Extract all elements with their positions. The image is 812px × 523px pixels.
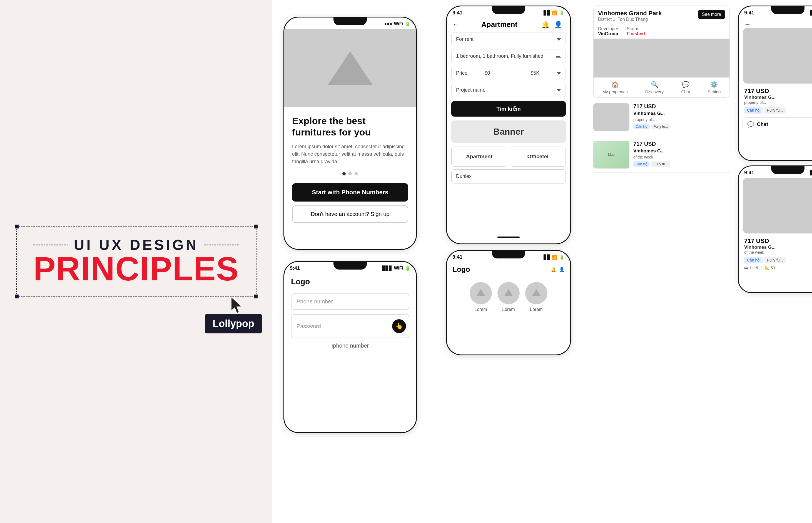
cat-item-1: Lorem	[470, 282, 492, 312]
user-icon[interactable]: 👤	[554, 21, 563, 29]
apt-header: ← Apartment 🔔 👤	[447, 18, 570, 32]
canvas-area: UI UX DESIGN PRINCIPLES Lollypop	[0, 0, 272, 523]
dot-2	[348, 172, 352, 176]
listing-image-2: Map	[593, 141, 629, 168]
col-2: 9:41 ▊▊ 📶 🔋 ← Apartment 🔔 👤 For rent	[428, 0, 589, 523]
cat-officetel[interactable]: Officetel	[510, 147, 566, 166]
svg-marker-1	[477, 289, 485, 296]
cat-item-3: Lorem	[525, 282, 548, 312]
property-name: Vinhomes G...	[744, 95, 812, 100]
cat-apartment[interactable]: Apartment	[451, 147, 507, 166]
phone-label: Iphone number	[291, 343, 409, 349]
fingerprint-button[interactable]: 👆	[392, 319, 406, 333]
vh-nav: 🏠 My properties 🔍 Discovery 💬 Chat ⚙️ Se…	[593, 77, 729, 97]
back-arrow-right[interactable]: ←	[739, 18, 812, 28]
for-rent-filter[interactable]: For rent	[451, 32, 566, 47]
vh-card-info: Developer VinGroup Status Finished	[593, 24, 729, 39]
cat-circle-3	[525, 282, 548, 304]
property-tag-2: Fully fu...	[764, 107, 785, 113]
tag-fully-1: Fully fu...	[651, 124, 671, 129]
project-name-filter[interactable]: Project name	[451, 83, 566, 97]
user-icon-2[interactable]: 👤	[559, 267, 565, 272]
phones-main: ●●● WiFi 🔋 Explore the best furnitures f…	[272, 0, 812, 523]
nav-setting[interactable]: ⚙️ Setting	[708, 81, 721, 94]
cat-duplex[interactable]: Dunlex	[451, 169, 566, 183]
property-price: 717 USD	[744, 87, 812, 95]
property-tag-4: Fully fu...	[764, 257, 785, 264]
corner-handle-br[interactable]	[253, 294, 258, 299]
corner-handle-bl[interactable]	[14, 294, 19, 299]
phone-apartment: 9:41 ▊▊ 📶 🔋 ← Apartment 🔔 👤 For rent	[446, 5, 571, 244]
corner-handle-tl[interactable]	[14, 224, 19, 229]
phone-notch-6	[771, 166, 805, 174]
bell-icon[interactable]: 🔔	[551, 267, 556, 272]
apt-categories: Apartment Officetel	[447, 147, 570, 166]
listing-tags-2: Căn hộ Fully fu...	[633, 161, 730, 167]
property-tag-1: Căn hộ	[744, 107, 762, 113]
vh-card-image	[593, 39, 729, 77]
col-4: 9:41 ▊▊📶🔋 ← ♥ 717 USD Vinhomes G... prop…	[733, 0, 812, 523]
cat-label-2: Lorem	[502, 307, 515, 312]
design-box: UI UX DESIGN PRINCIPLES Lollypop	[16, 226, 257, 297]
see-more-button[interactable]: See more	[698, 10, 725, 19]
cat-label-3: Lorem	[530, 307, 542, 312]
search-button[interactable]: Tìm kiếm	[451, 101, 566, 116]
property-tag-3: Căn hộ	[744, 257, 762, 264]
listing-item-2: Map 717 USD Vinhomes G... of the week Că…	[593, 141, 730, 173]
svg-marker-0	[231, 297, 241, 313]
corner-handle-tr[interactable]	[253, 224, 258, 229]
tag-fully-2: Fully fu...	[651, 161, 671, 167]
size-count: 📐 59	[765, 266, 775, 270]
start-phone-button[interactable]: Start with Phone Numbers	[292, 183, 408, 201]
listing-tags-1: Căn hộ Fully fu...	[633, 124, 730, 129]
cat-circle-2	[497, 282, 520, 304]
property-name-2: Vinhomes G...	[744, 245, 812, 250]
bars-icon	[556, 55, 561, 58]
vh-card-title: Vinhomes Grand Park	[598, 10, 662, 17]
phone-number-input[interactable]: Phone number	[291, 293, 409, 310]
phone-right-1: 9:41 ▊▊📶🔋 ← ♥ 717 USD Vinhomes G... prop…	[738, 5, 812, 161]
cat-item-2: Lorem	[497, 282, 520, 312]
property-image-2: ♥	[743, 178, 812, 233]
login-content: Phone number Password 👆 Iphone number	[284, 289, 416, 354]
listing-info-1: 717 USD Vinhomes G... property of... Căn…	[633, 103, 730, 131]
notification-icon[interactable]: 🔔	[541, 21, 550, 29]
cat-label-1: Lorem	[474, 307, 487, 312]
phone-furniture: ●●● WiFi 🔋 Explore the best furnitures f…	[283, 17, 417, 250]
phone-notch-5	[771, 6, 805, 14]
bath-count: 🚿 1	[754, 266, 762, 270]
chat-bubble-icon: 💬	[747, 121, 754, 128]
password-input[interactable]: Password 👆	[291, 314, 409, 338]
back-arrow[interactable]: ←	[452, 20, 460, 29]
furniture-desc: Lorem ipsum dolor sit amet, consectetur …	[292, 143, 408, 165]
vh-card-subtitle: District 1, Ton Duc Thang	[598, 17, 662, 22]
chevron-rent	[557, 38, 561, 41]
status-icons-1: ●●● WiFi 🔋	[384, 21, 411, 26]
price-filter[interactable]: Price $0 ~ $5K	[451, 66, 566, 80]
logo-icons: 🔔 👤	[551, 267, 565, 272]
signup-button[interactable]: Don't have an account? Sign up	[292, 205, 408, 223]
vh-card: Vinhomes Grand Park District 1, Ton Duc …	[593, 5, 730, 98]
listing-image-1	[593, 103, 629, 131]
phone-notch-4	[492, 251, 525, 258]
nav-my-properties[interactable]: 🏠 My properties	[603, 81, 628, 94]
furniture-triangle	[328, 51, 373, 85]
room-info-filter[interactable]: 1 bedroom, 1 bathroom, Fully furnished	[451, 49, 566, 63]
principles-label: PRINCIPLES	[33, 252, 239, 285]
nav-chat[interactable]: 💬 Chat	[681, 81, 690, 94]
nav-discovery[interactable]: 🔍 Discovery	[645, 81, 663, 94]
chevron-project	[557, 89, 561, 92]
phone-notch-3	[492, 6, 525, 14]
phone-right-2: 9:41 ▊▊📶🔋 ♥ 717 USD Vinhomes G... of the…	[738, 165, 812, 293]
col-3: Vinhomes Grand Park District 1, Ton Duc …	[589, 0, 733, 523]
furniture-title: Explore the best furnitures for you	[292, 115, 408, 138]
svg-marker-3	[532, 289, 540, 296]
chat-text: Chat	[757, 122, 768, 127]
chat-overlay[interactable]: 💬 Chat	[743, 118, 812, 131]
dot-1	[342, 172, 346, 176]
phone-notch-2	[333, 262, 367, 270]
lollypop-tooltip: Lollypop	[205, 314, 262, 333]
svg-marker-2	[504, 289, 513, 296]
phone-login: 9:41 ▊▊▊ WiFi 🔋 Logo Phone number Pass	[283, 261, 417, 433]
cats-grid: Lorem Lorem Lorem	[447, 276, 570, 318]
